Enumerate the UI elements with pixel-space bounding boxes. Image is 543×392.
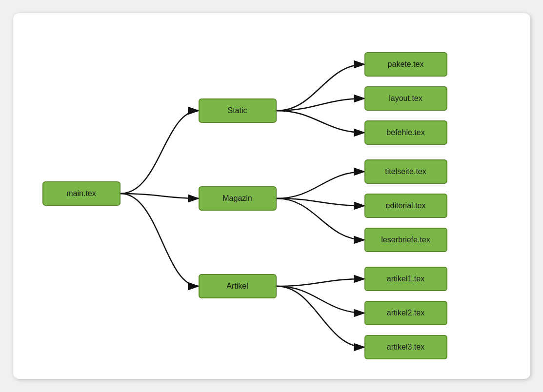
node-artikel2: artikel2.tex bbox=[364, 301, 447, 325]
node-layout: layout.tex bbox=[364, 86, 447, 111]
node-titelseite: titelseite.tex bbox=[364, 159, 447, 184]
diagram-container: main.tex Static Magazin Artikel pakete.t… bbox=[13, 13, 530, 379]
node-static: Static bbox=[199, 98, 277, 123]
node-artikel3: artikel3.tex bbox=[364, 335, 447, 359]
node-editorial: editorial.tex bbox=[364, 194, 447, 218]
node-artikel: Artikel bbox=[199, 274, 277, 298]
node-artikel1: artikel1.tex bbox=[364, 267, 447, 291]
node-pakete: pakete.tex bbox=[364, 52, 447, 77]
node-leserbriefe: leserbriefe.tex bbox=[364, 228, 447, 252]
node-befehle: befehle.tex bbox=[364, 120, 447, 145]
node-magazin: Magazin bbox=[199, 186, 277, 211]
node-root: main.tex bbox=[42, 181, 121, 206]
